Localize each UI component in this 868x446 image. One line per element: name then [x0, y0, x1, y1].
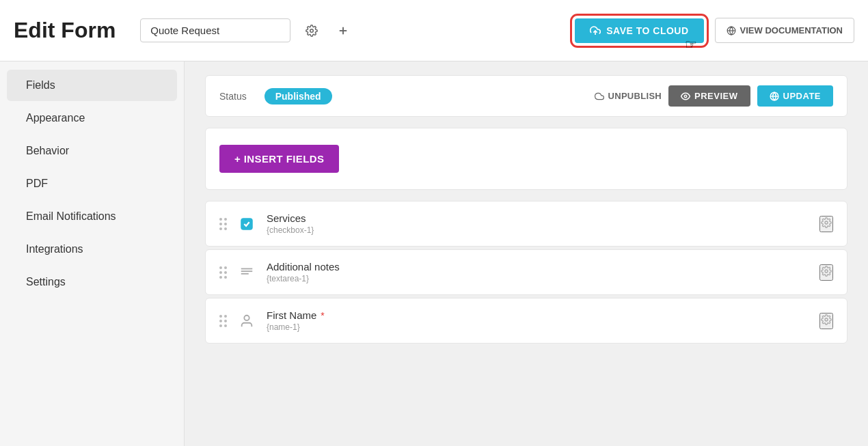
insert-fields-button[interactable]: + INSERT FIELDS: [219, 145, 339, 173]
field-key-notes: {textarea-1}: [267, 274, 810, 283]
field-key-firstname: {name-1}: [267, 322, 810, 332]
drag-handle-notes[interactable]: [219, 266, 227, 279]
sidebar-item-settings[interactable]: Settings: [7, 266, 177, 298]
add-icon-button[interactable]: [333, 20, 353, 41]
sidebar: Fields Appearance Behavior PDF Email Not…: [0, 61, 185, 446]
field-settings-firstname[interactable]: [819, 313, 833, 329]
sidebar-item-pdf[interactable]: PDF: [7, 168, 177, 199]
settings-icon-button[interactable]: [301, 20, 322, 41]
textarea-icon: [236, 262, 257, 283]
person-icon: [236, 311, 257, 331]
field-name-notes: Additional notes: [267, 261, 810, 273]
field-settings-notes[interactable]: [819, 264, 833, 281]
svg-point-15: [244, 315, 249, 320]
insert-fields-section: + INSERT FIELDS: [205, 128, 847, 190]
field-settings-services[interactable]: [819, 216, 833, 232]
plus-icon: [337, 25, 349, 37]
body-layout: Fields Appearance Behavior PDF Email Not…: [0, 61, 868, 446]
svg-point-6: [684, 95, 687, 98]
sidebar-item-email-notifications[interactable]: Email Notifications: [7, 201, 177, 232]
sidebar-item-integrations[interactable]: Integrations: [7, 234, 177, 265]
globe-icon: [727, 26, 736, 36]
required-star: *: [321, 310, 324, 321]
svg-point-14: [825, 270, 828, 273]
status-label: Status: [219, 91, 247, 102]
cloud-upload-icon: [590, 25, 601, 36]
drag-handle-firstname[interactable]: [219, 315, 227, 327]
field-key-services: {checkbox-1}: [267, 225, 810, 235]
drag-handle-services[interactable]: [219, 218, 227, 230]
cloud-icon: [595, 92, 604, 101]
fields-list: Services {checkbox-1}: [205, 201, 847, 346]
sidebar-item-fields[interactable]: Fields: [7, 70, 177, 101]
view-documentation-button[interactable]: VIEW DOCUMENTATION: [715, 18, 854, 43]
svg-point-0: [310, 29, 314, 32]
gear-icon: [306, 25, 318, 37]
save-to-cloud-button[interactable]: SAVE TO CLOUD: [575, 18, 703, 43]
field-info-services: Services {checkbox-1}: [267, 212, 810, 235]
globe-icon-update: [770, 92, 779, 101]
update-button[interactable]: UPDATE: [757, 85, 833, 107]
field-info-notes: Additional notes {textarea-1}: [267, 261, 810, 283]
svg-point-16: [825, 318, 828, 321]
page-title: Edit Form: [14, 18, 116, 43]
save-to-cloud-wrapper: SAVE TO CLOUD ☞: [575, 18, 703, 43]
field-item-first-name: First Name * {name-1}: [205, 298, 847, 344]
field-name-services: Services: [267, 212, 810, 224]
field-name-firstname: First Name *: [267, 309, 810, 321]
field-item-additional-notes: Additional notes {textarea-1}: [205, 249, 847, 295]
field-info-firstname: First Name * {name-1}: [267, 309, 810, 332]
field-item-services: Services {checkbox-1}: [205, 201, 847, 247]
status-bar: Status Published UNPUBLISH PR: [205, 75, 847, 117]
svg-point-10: [825, 221, 828, 224]
sidebar-item-appearance[interactable]: Appearance: [7, 102, 177, 134]
main-content: Status Published UNPUBLISH PR: [185, 61, 868, 446]
sidebar-item-behavior[interactable]: Behavior: [7, 135, 177, 167]
eye-icon: [681, 92, 690, 101]
published-badge: Published: [265, 88, 332, 104]
header: Edit Form SAVE TO CLOUD: [0, 0, 868, 61]
preview-button[interactable]: PREVIEW: [668, 85, 750, 107]
form-name-input[interactable]: [140, 18, 290, 42]
status-actions: UNPUBLISH PREVIEW: [595, 85, 834, 107]
checkbox-icon: [236, 214, 257, 234]
unpublish-button[interactable]: UNPUBLISH: [595, 91, 662, 101]
